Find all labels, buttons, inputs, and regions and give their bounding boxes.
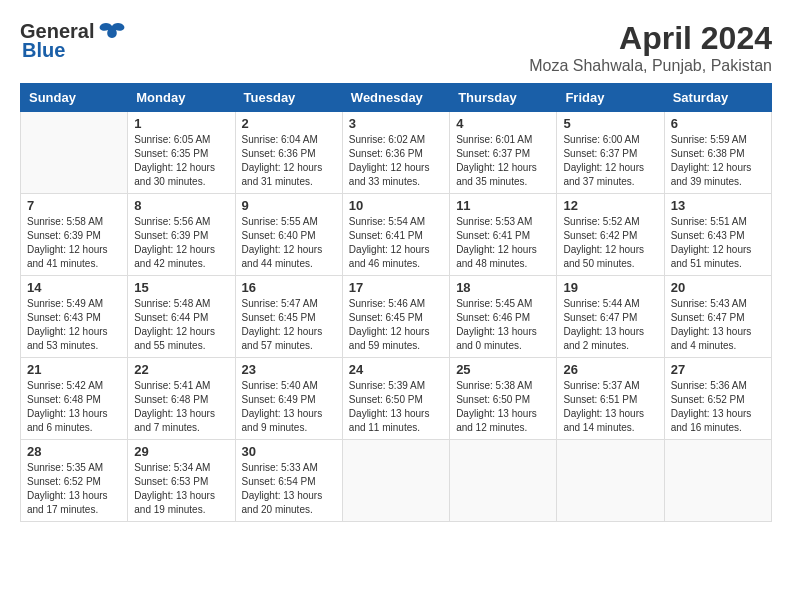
calendar-cell: 15Sunrise: 5:48 AMSunset: 6:44 PMDayligh… [128, 276, 235, 358]
calendar-cell: 4Sunrise: 6:01 AMSunset: 6:37 PMDaylight… [450, 112, 557, 194]
calendar-cell: 1Sunrise: 6:05 AMSunset: 6:35 PMDaylight… [128, 112, 235, 194]
calendar-week-row: 28Sunrise: 5:35 AMSunset: 6:52 PMDayligh… [21, 440, 772, 522]
day-info: Sunrise: 5:46 AMSunset: 6:45 PMDaylight:… [349, 297, 443, 353]
calendar-cell: 5Sunrise: 6:00 AMSunset: 6:37 PMDaylight… [557, 112, 664, 194]
calendar-day-header: Tuesday [235, 84, 342, 112]
day-number: 26 [563, 362, 657, 377]
day-info: Sunrise: 5:52 AMSunset: 6:42 PMDaylight:… [563, 215, 657, 271]
day-info: Sunrise: 5:48 AMSunset: 6:44 PMDaylight:… [134, 297, 228, 353]
calendar-cell: 24Sunrise: 5:39 AMSunset: 6:50 PMDayligh… [342, 358, 449, 440]
calendar-cell: 26Sunrise: 5:37 AMSunset: 6:51 PMDayligh… [557, 358, 664, 440]
day-number: 19 [563, 280, 657, 295]
title-section: April 2024 Moza Shahwala, Punjab, Pakist… [529, 20, 772, 75]
day-number: 7 [27, 198, 121, 213]
calendar-cell [664, 440, 771, 522]
page-header: General Blue April 2024 Moza Shahwala, P… [20, 20, 772, 75]
day-info: Sunrise: 5:51 AMSunset: 6:43 PMDaylight:… [671, 215, 765, 271]
day-number: 17 [349, 280, 443, 295]
calendar-cell: 7Sunrise: 5:58 AMSunset: 6:39 PMDaylight… [21, 194, 128, 276]
calendar-cell [557, 440, 664, 522]
calendar-cell [342, 440, 449, 522]
day-info: Sunrise: 5:47 AMSunset: 6:45 PMDaylight:… [242, 297, 336, 353]
calendar-cell [21, 112, 128, 194]
day-info: Sunrise: 5:36 AMSunset: 6:52 PMDaylight:… [671, 379, 765, 435]
logo-bird-icon [98, 22, 126, 42]
day-info: Sunrise: 5:59 AMSunset: 6:38 PMDaylight:… [671, 133, 765, 189]
calendar-cell: 27Sunrise: 5:36 AMSunset: 6:52 PMDayligh… [664, 358, 771, 440]
day-number: 10 [349, 198, 443, 213]
day-info: Sunrise: 6:04 AMSunset: 6:36 PMDaylight:… [242, 133, 336, 189]
day-info: Sunrise: 5:37 AMSunset: 6:51 PMDaylight:… [563, 379, 657, 435]
day-number: 16 [242, 280, 336, 295]
calendar-cell: 17Sunrise: 5:46 AMSunset: 6:45 PMDayligh… [342, 276, 449, 358]
day-info: Sunrise: 5:53 AMSunset: 6:41 PMDaylight:… [456, 215, 550, 271]
day-info: Sunrise: 5:43 AMSunset: 6:47 PMDaylight:… [671, 297, 765, 353]
day-info: Sunrise: 5:40 AMSunset: 6:49 PMDaylight:… [242, 379, 336, 435]
day-number: 29 [134, 444, 228, 459]
calendar-cell: 29Sunrise: 5:34 AMSunset: 6:53 PMDayligh… [128, 440, 235, 522]
calendar-cell: 20Sunrise: 5:43 AMSunset: 6:47 PMDayligh… [664, 276, 771, 358]
calendar-cell: 12Sunrise: 5:52 AMSunset: 6:42 PMDayligh… [557, 194, 664, 276]
day-number: 20 [671, 280, 765, 295]
page-title: April 2024 [529, 20, 772, 57]
calendar-cell: 14Sunrise: 5:49 AMSunset: 6:43 PMDayligh… [21, 276, 128, 358]
day-info: Sunrise: 5:35 AMSunset: 6:52 PMDaylight:… [27, 461, 121, 517]
calendar-day-header: Wednesday [342, 84, 449, 112]
calendar-cell: 16Sunrise: 5:47 AMSunset: 6:45 PMDayligh… [235, 276, 342, 358]
calendar-cell: 2Sunrise: 6:04 AMSunset: 6:36 PMDaylight… [235, 112, 342, 194]
day-number: 18 [456, 280, 550, 295]
calendar-cell: 28Sunrise: 5:35 AMSunset: 6:52 PMDayligh… [21, 440, 128, 522]
day-info: Sunrise: 5:38 AMSunset: 6:50 PMDaylight:… [456, 379, 550, 435]
calendar-header-row: SundayMondayTuesdayWednesdayThursdayFrid… [21, 84, 772, 112]
day-number: 24 [349, 362, 443, 377]
calendar-cell: 23Sunrise: 5:40 AMSunset: 6:49 PMDayligh… [235, 358, 342, 440]
calendar-cell: 25Sunrise: 5:38 AMSunset: 6:50 PMDayligh… [450, 358, 557, 440]
logo: General Blue [20, 20, 126, 62]
calendar-cell: 22Sunrise: 5:41 AMSunset: 6:48 PMDayligh… [128, 358, 235, 440]
day-info: Sunrise: 6:05 AMSunset: 6:35 PMDaylight:… [134, 133, 228, 189]
day-number: 22 [134, 362, 228, 377]
day-number: 2 [242, 116, 336, 131]
day-info: Sunrise: 6:00 AMSunset: 6:37 PMDaylight:… [563, 133, 657, 189]
day-number: 9 [242, 198, 336, 213]
calendar-day-header: Thursday [450, 84, 557, 112]
day-number: 30 [242, 444, 336, 459]
logo-blue: Blue [20, 39, 65, 62]
day-info: Sunrise: 5:56 AMSunset: 6:39 PMDaylight:… [134, 215, 228, 271]
day-info: Sunrise: 5:45 AMSunset: 6:46 PMDaylight:… [456, 297, 550, 353]
calendar-cell: 8Sunrise: 5:56 AMSunset: 6:39 PMDaylight… [128, 194, 235, 276]
calendar-day-header: Friday [557, 84, 664, 112]
calendar-week-row: 14Sunrise: 5:49 AMSunset: 6:43 PMDayligh… [21, 276, 772, 358]
day-number: 1 [134, 116, 228, 131]
calendar-cell: 19Sunrise: 5:44 AMSunset: 6:47 PMDayligh… [557, 276, 664, 358]
calendar-cell: 3Sunrise: 6:02 AMSunset: 6:36 PMDaylight… [342, 112, 449, 194]
day-number: 3 [349, 116, 443, 131]
day-info: Sunrise: 6:01 AMSunset: 6:37 PMDaylight:… [456, 133, 550, 189]
day-info: Sunrise: 5:58 AMSunset: 6:39 PMDaylight:… [27, 215, 121, 271]
day-number: 13 [671, 198, 765, 213]
calendar-cell: 10Sunrise: 5:54 AMSunset: 6:41 PMDayligh… [342, 194, 449, 276]
day-number: 8 [134, 198, 228, 213]
day-info: Sunrise: 6:02 AMSunset: 6:36 PMDaylight:… [349, 133, 443, 189]
calendar-cell: 11Sunrise: 5:53 AMSunset: 6:41 PMDayligh… [450, 194, 557, 276]
calendar-week-row: 21Sunrise: 5:42 AMSunset: 6:48 PMDayligh… [21, 358, 772, 440]
calendar-cell: 30Sunrise: 5:33 AMSunset: 6:54 PMDayligh… [235, 440, 342, 522]
page-subtitle: Moza Shahwala, Punjab, Pakistan [529, 57, 772, 75]
day-info: Sunrise: 5:41 AMSunset: 6:48 PMDaylight:… [134, 379, 228, 435]
calendar-week-row: 1Sunrise: 6:05 AMSunset: 6:35 PMDaylight… [21, 112, 772, 194]
day-number: 12 [563, 198, 657, 213]
calendar-week-row: 7Sunrise: 5:58 AMSunset: 6:39 PMDaylight… [21, 194, 772, 276]
day-number: 6 [671, 116, 765, 131]
calendar-cell [450, 440, 557, 522]
day-number: 15 [134, 280, 228, 295]
day-number: 23 [242, 362, 336, 377]
calendar-cell: 21Sunrise: 5:42 AMSunset: 6:48 PMDayligh… [21, 358, 128, 440]
day-number: 5 [563, 116, 657, 131]
day-number: 11 [456, 198, 550, 213]
calendar-day-header: Sunday [21, 84, 128, 112]
day-info: Sunrise: 5:44 AMSunset: 6:47 PMDaylight:… [563, 297, 657, 353]
calendar-table: SundayMondayTuesdayWednesdayThursdayFrid… [20, 83, 772, 522]
day-info: Sunrise: 5:33 AMSunset: 6:54 PMDaylight:… [242, 461, 336, 517]
calendar-day-header: Monday [128, 84, 235, 112]
day-info: Sunrise: 5:49 AMSunset: 6:43 PMDaylight:… [27, 297, 121, 353]
